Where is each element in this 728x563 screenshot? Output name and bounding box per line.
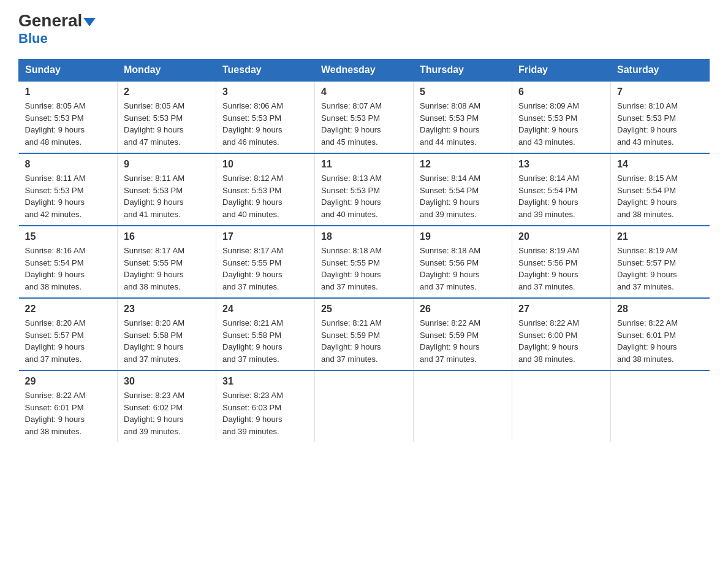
day-info: Sunrise: 8:21 AMSunset: 5:58 PMDaylight:… xyxy=(222,317,308,365)
day-info: Sunrise: 8:20 AMSunset: 5:57 PMDaylight:… xyxy=(25,317,112,365)
day-info: Sunrise: 8:13 AMSunset: 5:53 PMDaylight:… xyxy=(321,172,407,220)
day-info: Sunrise: 8:06 AMSunset: 5:53 PMDaylight:… xyxy=(222,100,308,148)
calendar-cell xyxy=(611,370,710,442)
day-number: 24 xyxy=(222,304,308,315)
day-number: 27 xyxy=(518,304,604,315)
day-info: Sunrise: 8:15 AMSunset: 5:54 PMDaylight:… xyxy=(617,172,703,220)
calendar-cell: 27 Sunrise: 8:22 AMSunset: 6:00 PMDaylig… xyxy=(512,298,611,370)
day-info: Sunrise: 8:14 AMSunset: 5:54 PMDaylight:… xyxy=(518,172,604,220)
day-info: Sunrise: 8:22 AMSunset: 6:00 PMDaylight:… xyxy=(518,317,604,365)
day-info: Sunrise: 8:23 AMSunset: 6:02 PMDaylight:… xyxy=(124,389,210,437)
calendar-cell: 12 Sunrise: 8:14 AMSunset: 5:54 PMDaylig… xyxy=(414,153,512,226)
logo-general-text: General xyxy=(18,12,96,29)
day-number: 30 xyxy=(124,376,210,387)
day-info: Sunrise: 8:17 AMSunset: 5:55 PMDaylight:… xyxy=(124,245,210,293)
calendar-cell: 5 Sunrise: 8:08 AMSunset: 5:53 PMDayligh… xyxy=(414,81,512,153)
calendar-cell: 30 Sunrise: 8:23 AMSunset: 6:02 PMDaylig… xyxy=(118,370,216,442)
calendar-cell: 10 Sunrise: 8:12 AMSunset: 5:53 PMDaylig… xyxy=(216,153,315,226)
week-row-4: 22 Sunrise: 8:20 AMSunset: 5:57 PMDaylig… xyxy=(19,298,710,370)
week-row-2: 8 Sunrise: 8:11 AMSunset: 5:53 PMDayligh… xyxy=(19,153,710,226)
calendar-cell: 11 Sunrise: 8:13 AMSunset: 5:53 PMDaylig… xyxy=(315,153,414,226)
day-number: 9 xyxy=(124,159,210,170)
day-number: 8 xyxy=(25,159,112,170)
day-number: 3 xyxy=(222,86,308,98)
day-number: 5 xyxy=(420,86,506,98)
day-number: 15 xyxy=(25,231,112,242)
calendar-cell: 14 Sunrise: 8:15 AMSunset: 5:54 PMDaylig… xyxy=(611,153,710,226)
day-info: Sunrise: 8:11 AMSunset: 5:53 PMDaylight:… xyxy=(25,172,112,220)
calendar-cell: 25 Sunrise: 8:21 AMSunset: 5:59 PMDaylig… xyxy=(315,298,414,370)
day-number: 28 xyxy=(617,304,703,315)
calendar-cell xyxy=(414,370,512,442)
day-number: 23 xyxy=(124,304,210,315)
day-info: Sunrise: 8:10 AMSunset: 5:53 PMDaylight:… xyxy=(617,100,703,148)
day-header-thursday: Thursday xyxy=(414,59,512,82)
day-header-tuesday: Tuesday xyxy=(216,59,315,82)
day-number: 18 xyxy=(321,231,407,242)
calendar-cell: 20 Sunrise: 8:19 AMSunset: 5:56 PMDaylig… xyxy=(512,226,611,298)
calendar-cell: 18 Sunrise: 8:18 AMSunset: 5:55 PMDaylig… xyxy=(315,226,414,298)
calendar-cell xyxy=(315,370,414,442)
calendar-cell: 22 Sunrise: 8:20 AMSunset: 5:57 PMDaylig… xyxy=(19,298,118,370)
calendar-cell: 2 Sunrise: 8:05 AMSunset: 5:53 PMDayligh… xyxy=(118,81,216,153)
day-number: 4 xyxy=(321,86,407,98)
calendar-cell: 9 Sunrise: 8:11 AMSunset: 5:53 PMDayligh… xyxy=(118,153,216,226)
calendar-cell: 23 Sunrise: 8:20 AMSunset: 5:58 PMDaylig… xyxy=(118,298,216,370)
day-header-friday: Friday xyxy=(512,59,611,82)
calendar-cell: 3 Sunrise: 8:06 AMSunset: 5:53 PMDayligh… xyxy=(216,81,315,153)
day-info: Sunrise: 8:18 AMSunset: 5:55 PMDaylight:… xyxy=(321,245,407,293)
calendar-cell: 15 Sunrise: 8:16 AMSunset: 5:54 PMDaylig… xyxy=(19,226,118,298)
calendar-cell: 21 Sunrise: 8:19 AMSunset: 5:57 PMDaylig… xyxy=(611,226,710,298)
calendar-cell: 6 Sunrise: 8:09 AMSunset: 5:53 PMDayligh… xyxy=(512,81,611,153)
day-number: 14 xyxy=(617,159,703,170)
day-info: Sunrise: 8:22 AMSunset: 6:01 PMDaylight:… xyxy=(617,317,703,365)
logo-triangle-icon xyxy=(83,18,96,26)
calendar-cell: 13 Sunrise: 8:14 AMSunset: 5:54 PMDaylig… xyxy=(512,153,611,226)
day-number: 17 xyxy=(222,231,308,242)
week-row-1: 1 Sunrise: 8:05 AMSunset: 5:53 PMDayligh… xyxy=(19,81,710,153)
day-number: 20 xyxy=(518,231,604,242)
day-header-wednesday: Wednesday xyxy=(315,59,414,82)
calendar-cell: 16 Sunrise: 8:17 AMSunset: 5:55 PMDaylig… xyxy=(118,226,216,298)
calendar-cell: 31 Sunrise: 8:23 AMSunset: 6:03 PMDaylig… xyxy=(216,370,315,442)
calendar-table: SundayMondayTuesdayWednesdayThursdayFrid… xyxy=(18,59,710,442)
day-info: Sunrise: 8:07 AMSunset: 5:53 PMDaylight:… xyxy=(321,100,407,148)
day-info: Sunrise: 8:05 AMSunset: 5:53 PMDaylight:… xyxy=(124,100,210,148)
day-number: 22 xyxy=(25,304,112,315)
day-number: 29 xyxy=(25,376,112,387)
calendar-header-row: SundayMondayTuesdayWednesdayThursdayFrid… xyxy=(19,59,710,82)
day-info: Sunrise: 8:19 AMSunset: 5:57 PMDaylight:… xyxy=(617,245,703,293)
calendar-cell: 28 Sunrise: 8:22 AMSunset: 6:01 PMDaylig… xyxy=(611,298,710,370)
day-number: 25 xyxy=(321,304,407,315)
day-info: Sunrise: 8:18 AMSunset: 5:56 PMDaylight:… xyxy=(420,245,506,293)
day-info: Sunrise: 8:09 AMSunset: 5:53 PMDaylight:… xyxy=(518,100,604,148)
calendar-cell: 8 Sunrise: 8:11 AMSunset: 5:53 PMDayligh… xyxy=(19,153,118,226)
day-info: Sunrise: 8:19 AMSunset: 5:56 PMDaylight:… xyxy=(518,245,604,293)
day-number: 10 xyxy=(222,159,308,170)
day-info: Sunrise: 8:23 AMSunset: 6:03 PMDaylight:… xyxy=(222,389,308,437)
day-number: 13 xyxy=(518,159,604,170)
day-header-monday: Monday xyxy=(118,59,216,82)
calendar-cell: 19 Sunrise: 8:18 AMSunset: 5:56 PMDaylig… xyxy=(414,226,512,298)
calendar-cell: 4 Sunrise: 8:07 AMSunset: 5:53 PMDayligh… xyxy=(315,81,414,153)
calendar-cell: 26 Sunrise: 8:22 AMSunset: 5:59 PMDaylig… xyxy=(414,298,512,370)
calendar-cell xyxy=(512,370,611,442)
day-info: Sunrise: 8:08 AMSunset: 5:53 PMDaylight:… xyxy=(420,100,506,148)
day-number: 12 xyxy=(420,159,506,170)
calendar-cell: 17 Sunrise: 8:17 AMSunset: 5:55 PMDaylig… xyxy=(216,226,315,298)
day-number: 26 xyxy=(420,304,506,315)
day-number: 16 xyxy=(124,231,210,242)
day-info: Sunrise: 8:12 AMSunset: 5:53 PMDaylight:… xyxy=(222,172,308,220)
day-number: 1 xyxy=(25,86,112,98)
day-info: Sunrise: 8:20 AMSunset: 5:58 PMDaylight:… xyxy=(124,317,210,365)
day-header-saturday: Saturday xyxy=(611,59,710,82)
day-info: Sunrise: 8:05 AMSunset: 5:53 PMDaylight:… xyxy=(25,100,112,148)
calendar-cell: 1 Sunrise: 8:05 AMSunset: 5:53 PMDayligh… xyxy=(19,81,118,153)
day-info: Sunrise: 8:21 AMSunset: 5:59 PMDaylight:… xyxy=(321,317,407,365)
calendar-cell: 24 Sunrise: 8:21 AMSunset: 5:58 PMDaylig… xyxy=(216,298,315,370)
logo-blue-text: Blue xyxy=(18,31,48,47)
day-number: 21 xyxy=(617,231,703,242)
calendar-cell: 7 Sunrise: 8:10 AMSunset: 5:53 PMDayligh… xyxy=(611,81,710,153)
day-info: Sunrise: 8:17 AMSunset: 5:55 PMDaylight:… xyxy=(222,245,308,293)
day-info: Sunrise: 8:22 AMSunset: 5:59 PMDaylight:… xyxy=(420,317,506,365)
